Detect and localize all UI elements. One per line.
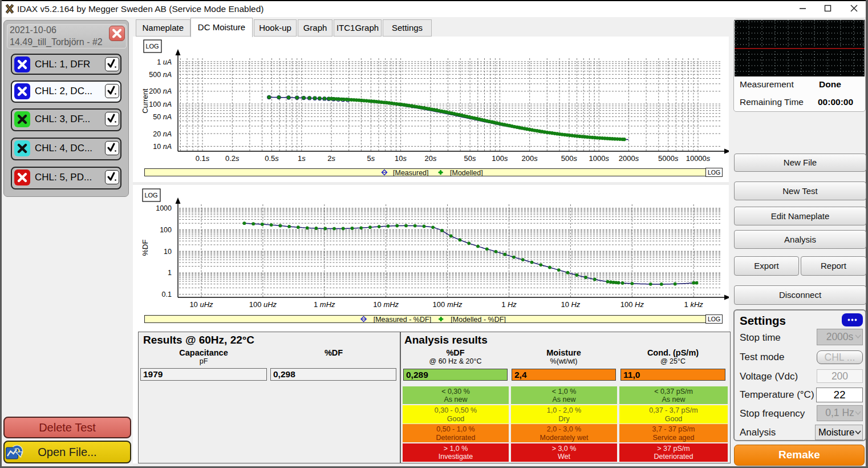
svg-text:1: 1 — [168, 269, 172, 277]
svg-text:10000s: 10000s — [686, 154, 711, 163]
svg-text:2s: 2s — [327, 154, 335, 163]
svg-text:1000: 1000 — [156, 204, 172, 212]
svg-text:500s: 500s — [561, 154, 578, 163]
svg-text:100s: 100s — [492, 154, 508, 163]
svg-text:%DF: %DF — [141, 239, 149, 256]
svg-text:5s: 5s — [367, 154, 375, 163]
svg-text:0.1: 0.1 — [162, 291, 172, 298]
svg-text:20s: 20s — [424, 154, 436, 163]
svg-text:100: 100 — [160, 226, 172, 234]
svg-text:1 uA: 1 uA — [157, 58, 172, 66]
svg-text:200s: 200s — [522, 154, 538, 163]
svg-text:0.5s: 0.5s — [265, 154, 279, 163]
svg-text:1 Hz: 1 Hz — [501, 300, 517, 309]
svg-text:1s: 1s — [298, 154, 306, 163]
svg-text:2000s: 2000s — [619, 154, 639, 163]
svg-text:20 nA: 20 nA — [153, 130, 172, 138]
svg-text:[Measured - %DF]: [Measured - %DF] — [374, 315, 431, 323]
svg-text:0.1s: 0.1s — [196, 154, 210, 163]
svg-text:200 nA: 200 nA — [149, 87, 172, 95]
svg-text:[Measured]: [Measured] — [393, 168, 429, 176]
svg-text:[Modelled - %DF]: [Modelled - %DF] — [451, 315, 506, 323]
svg-text:50s: 50s — [464, 154, 476, 163]
svg-text:5000s: 5000s — [658, 154, 679, 163]
svg-text:LOG: LOG — [145, 43, 159, 50]
svg-text:LOG: LOG — [144, 192, 157, 199]
svg-text:100 mHz: 100 mHz — [433, 300, 463, 309]
svg-text:0.2s: 0.2s — [225, 154, 240, 163]
svg-text:10 uHz: 10 uHz — [189, 300, 213, 309]
svg-text:50 nA: 50 nA — [153, 113, 172, 121]
svg-text:[Modelled]: [Modelled] — [450, 168, 483, 176]
svg-text:1 mHz: 1 mHz — [314, 300, 335, 309]
svg-text:100 Hz: 100 Hz — [620, 300, 644, 309]
svg-text:1000s: 1000s — [589, 154, 609, 163]
svg-text:100 uHz: 100 uHz — [249, 300, 277, 309]
svg-text:10 mHz: 10 mHz — [373, 300, 399, 309]
svg-text:10 nA: 10 nA — [153, 143, 172, 151]
svg-text:10 Hz: 10 Hz — [561, 300, 580, 309]
svg-text:100 nA: 100 nA — [149, 100, 172, 108]
svg-text:500 nA: 500 nA — [149, 71, 172, 79]
svg-text:Current: Current — [141, 88, 149, 114]
svg-text:1 kHz: 1 kHz — [684, 300, 704, 309]
svg-text:10s: 10s — [395, 154, 407, 163]
svg-text:10: 10 — [164, 248, 172, 256]
